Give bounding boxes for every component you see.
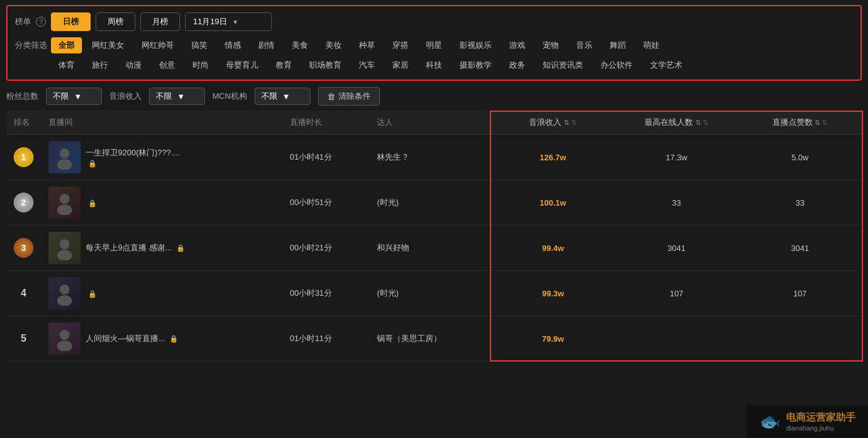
table-body: 1 一生捍卫9200(林门)???.... 🔒 01小时41分林先生？126.7… [6, 135, 862, 362]
cat-game[interactable]: 游戏 [502, 37, 533, 53]
live-title[interactable]: 🔒 [86, 198, 97, 208]
live-title[interactable]: 一生捍卫9200(林门)???.... 🔒 [86, 147, 191, 168]
income-label: 音浪收入 [109, 91, 142, 102]
tab-weekly[interactable]: 周榜 [96, 12, 135, 31]
avatar [48, 232, 81, 264]
question-icon[interactable]: ? [36, 17, 46, 27]
income-select[interactable]: 不限 ▼ [149, 88, 205, 105]
likes-cell: 5.0w [738, 135, 862, 180]
cat-politics[interactable]: 政务 [502, 57, 533, 73]
cat-baby[interactable]: 母婴育儿 [219, 57, 266, 73]
table-row: 2 🔒 00小时51分(时光)100.1w3333 [6, 180, 862, 226]
likes-cell: 33 [738, 180, 862, 226]
cat-pet[interactable]: 宠物 [535, 37, 566, 53]
avatar [48, 186, 81, 219]
mcn-chevron: ▼ [283, 92, 291, 101]
cat-food[interactable]: 美食 [284, 37, 315, 53]
mcn-select[interactable]: 不限 ▼ [255, 88, 310, 105]
cat-outfit[interactable]: 穿搭 [385, 37, 416, 53]
cat-beauty[interactable]: 美妆 [318, 37, 349, 53]
income-cell: 99.4w [491, 226, 615, 271]
income-cell: 99.3w [491, 271, 615, 316]
online-cell: 107 [615, 271, 738, 316]
cat-home[interactable]: 家居 [385, 57, 416, 73]
rank-number: 5 [21, 333, 27, 344]
svg-point-5 [57, 250, 72, 260]
income-cell: 79.9w [491, 316, 615, 362]
list-label: 榜单 [15, 16, 31, 27]
cat-cute[interactable]: 萌娃 [636, 37, 667, 53]
col-duration: 直播时长 [283, 111, 370, 135]
col-talent: 达人 [369, 111, 491, 135]
clear-label: 清除条件 [338, 91, 371, 102]
svg-point-0 [60, 148, 70, 158]
cat-fashion[interactable]: 时尚 [185, 57, 216, 73]
cat-whxg[interactable]: 网红帅哥 [134, 37, 181, 53]
cat-anime[interactable]: 动漫 [118, 57, 149, 73]
watermark-icon: 🐟 [759, 411, 781, 432]
tab-daily[interactable]: 日榜 [51, 12, 91, 31]
date-selector[interactable]: 11月19日 ▼ [185, 12, 272, 31]
cat-grass[interactable]: 种草 [351, 37, 382, 53]
duration-cell: 00小时51分 [283, 180, 370, 226]
cat-office[interactable]: 办公软件 [593, 57, 640, 73]
col-income[interactable]: 音浪收入 ⇅ [491, 111, 615, 135]
avatar [48, 141, 81, 173]
talent-cell[interactable]: (时光) [369, 271, 491, 316]
cat-photo[interactable]: 摄影教学 [452, 57, 499, 73]
cat-funny[interactable]: 搞笑 [184, 37, 215, 53]
cat-star[interactable]: 明星 [418, 37, 450, 53]
live-title[interactable]: 每天早上9点直播 感谢... 🔒 [86, 242, 185, 253]
income-cell: 100.1w [491, 180, 615, 226]
cat-edu[interactable]: 教育 [268, 57, 299, 73]
col-likes[interactable]: 直播点赞数 ⇅ [738, 111, 862, 135]
fans-select[interactable]: 不限 ▼ [46, 88, 102, 105]
clear-button[interactable]: 🗑 清除条件 [318, 87, 380, 106]
cat-all[interactable]: 全部 [51, 37, 82, 53]
live-cell: 每天早上9点直播 感谢... 🔒 [41, 226, 283, 271]
talent-cell[interactable]: 锅哥（美思工房） [369, 316, 491, 362]
filter-bar: 粉丝总数 不限 ▼ 音浪收入 不限 ▼ MCN机构 不限 ▼ 🗑 清除条件 [6, 87, 862, 106]
online-cell: 3041 [615, 226, 738, 271]
cat-tech[interactable]: 科技 [418, 57, 450, 73]
live-title[interactable]: 人间烟火—锅哥直播... 🔒 [86, 333, 178, 344]
cat-car[interactable]: 汽车 [351, 57, 382, 73]
duration-cell: 00小时21分 [283, 226, 370, 271]
talent-cell[interactable]: (时光) [369, 180, 491, 226]
ranking-table: 排名直播间直播时长达人音浪收入 ⇅最高在线人数 ⇅直播点赞数 ⇅ 1 一生捍卫9… [6, 111, 862, 362]
cat-creative[interactable]: 创意 [151, 57, 183, 73]
cat-whmn[interactable]: 网红美女 [84, 37, 132, 53]
cat-career[interactable]: 职场教育 [302, 57, 349, 73]
income-cell: 126.7w [491, 135, 615, 180]
lock-icon: 🔒 [170, 335, 178, 342]
cat-dance[interactable]: 舞蹈 [602, 37, 633, 53]
cat-sport[interactable]: 体育 [51, 57, 82, 73]
talent-cell[interactable]: 林先生？ [369, 135, 491, 180]
svg-point-4 [60, 239, 70, 249]
cat-knowledge[interactable]: 知识资讯类 [535, 57, 590, 73]
lock-icon: 🔒 [88, 160, 97, 167]
category-row-1: 全部网红美女网红帅哥搞笑情感剧情美食美妆种草穿搭明星影视娱乐游戏宠物音乐舞蹈萌娃 [51, 37, 667, 53]
talent-cell[interactable]: 和兴好物 [369, 226, 491, 271]
cat-literature[interactable]: 文学艺术 [643, 57, 690, 73]
watermark-subtext: dianshang.jiuhu [786, 424, 856, 432]
cat-film[interactable]: 影视娱乐 [452, 37, 499, 53]
cat-drama[interactable]: 剧情 [251, 37, 282, 53]
category-row-2: 体育旅行动漫创意时尚母婴育儿教育职场教育汽车家居科技摄影教学政务知识资讯类办公软… [51, 57, 690, 73]
svg-point-7 [57, 295, 72, 306]
live-title[interactable]: 🔒 [86, 289, 97, 298]
income-value: 不限 [156, 91, 172, 102]
cat-travel[interactable]: 旅行 [84, 57, 115, 73]
cat-emotion[interactable]: 情感 [217, 37, 248, 53]
tab-monthly[interactable]: 月榜 [140, 12, 180, 31]
table-row: 1 一生捍卫9200(林门)???.... 🔒 01小时41分林先生？126.7… [6, 135, 862, 180]
table-header-row: 排名直播间直播时长达人音浪收入 ⇅最高在线人数 ⇅直播点赞数 ⇅ [6, 111, 862, 135]
date-value: 11月19日 [193, 16, 227, 27]
fans-chevron: ▼ [74, 92, 82, 101]
category-row-2-container: 分类筛选 体育旅行动漫创意时尚母婴育儿教育职场教育汽车家居科技摄影教学政务知识资… [15, 57, 853, 73]
online-cell: 17.3w [615, 135, 738, 180]
fans-label: 粉丝总数 [6, 91, 38, 102]
likes-cell [738, 316, 862, 362]
col-online[interactable]: 最高在线人数 ⇅ [615, 111, 738, 135]
cat-music[interactable]: 音乐 [569, 37, 600, 53]
